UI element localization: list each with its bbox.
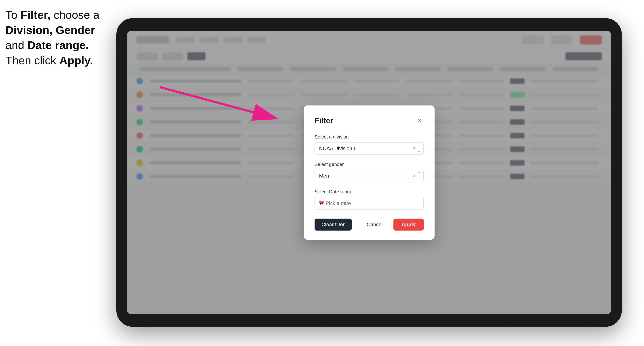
division-gender-bold: Division, Gender — [6, 24, 95, 36]
tablet-frame: Filter × Select a division NCAA Division… — [116, 18, 622, 327]
gender-select-wrapper: Men ✕ ⌃⌄ — [314, 170, 424, 182]
date-input-wrapper: 📅 — [314, 197, 424, 209]
filter-bold: Filter, — [20, 8, 50, 21]
cancel-button[interactable]: Cancel — [360, 219, 389, 231]
modal-footer: Clear filter Cancel Apply — [314, 219, 424, 231]
modal-title: Filter — [314, 116, 333, 125]
date-range-input[interactable] — [314, 197, 424, 209]
division-select[interactable]: NCAA Division I — [314, 142, 424, 155]
date-label: Select Date range — [314, 189, 424, 195]
modal-header: Filter × — [314, 116, 424, 125]
date-range-bold: Date range. — [28, 39, 89, 51]
division-label: Select a division — [314, 134, 424, 140]
tablet-screen: Filter × Select a division NCAA Division… — [127, 31, 611, 314]
apply-bold: Apply. — [59, 54, 93, 67]
date-field-group: Select Date range 📅 — [314, 189, 424, 209]
filter-modal: Filter × Select a division NCAA Division… — [304, 105, 434, 240]
clear-filter-button[interactable]: Clear filter — [314, 219, 352, 231]
division-clear-icon[interactable]: ✕ — [413, 146, 416, 151]
modal-close-button[interactable]: × — [416, 117, 424, 125]
footer-right-actions: Cancel Apply — [360, 219, 424, 231]
division-select-wrapper: NCAA Division I ✕ ⌃⌄ — [314, 142, 424, 155]
gender-label: Select gender — [314, 162, 424, 167]
apply-button[interactable]: Apply — [394, 219, 424, 231]
modal-overlay: Filter × Select a division NCAA Division… — [127, 31, 611, 314]
gender-field-group: Select gender Men ✕ ⌃⌄ — [314, 162, 424, 182]
gender-clear-icon[interactable]: ✕ — [413, 173, 416, 178]
instruction-text: To Filter, choose a Division, Gender and… — [6, 7, 111, 68]
gender-select[interactable]: Men — [314, 170, 424, 182]
division-field-group: Select a division NCAA Division I ✕ ⌃⌄ — [314, 134, 424, 155]
